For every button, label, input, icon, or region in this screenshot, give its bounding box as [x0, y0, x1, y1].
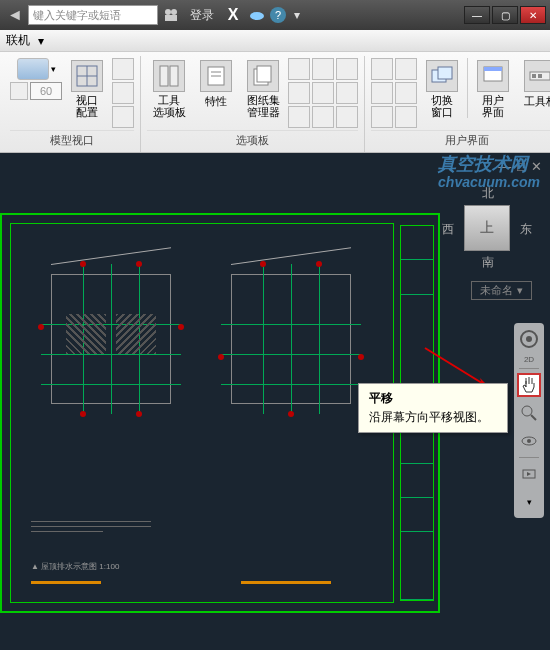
svg-rect-8: [170, 66, 178, 86]
close-button[interactable]: ✕: [520, 6, 546, 24]
palette-btn-1[interactable]: [288, 58, 310, 80]
menu-online[interactable]: 联机: [6, 32, 30, 49]
tool-palettes-icon: [153, 60, 185, 92]
group-label: 用户界面: [371, 130, 550, 150]
svg-rect-20: [538, 74, 542, 78]
svg-point-23: [522, 406, 532, 416]
viewcube-face[interactable]: 上: [464, 205, 510, 251]
people-icon[interactable]: [160, 4, 182, 26]
viewport-restore-icon[interactable]: [112, 82, 134, 104]
pan-tooltip: 平移 沿屏幕方向平移视图。: [358, 383, 508, 433]
tooltip-description: 沿屏幕方向平移视图。: [369, 409, 497, 426]
ui-btn-2[interactable]: [395, 58, 417, 80]
help-icon[interactable]: ?: [270, 7, 286, 23]
menu-bar: 联机 ▾: [0, 30, 550, 52]
svg-rect-13: [257, 66, 271, 82]
svg-rect-2: [165, 15, 177, 21]
nav-left-icon[interactable]: ◄: [4, 4, 26, 26]
chevron-down-icon: ▾: [517, 284, 523, 297]
scale-icon[interactable]: [10, 82, 28, 100]
orbit-icon[interactable]: [517, 429, 541, 453]
help-dropdown[interactable]: ▾: [288, 8, 306, 22]
group-label: 选项板: [147, 130, 358, 150]
ribbon-group-ui: 切换 窗口 用户 界面 工具栏 用户界面: [365, 56, 550, 152]
palette-btn-2[interactable]: [312, 58, 334, 80]
svg-point-1: [171, 9, 177, 15]
palette-btn-3[interactable]: [336, 58, 358, 80]
ui-btn-3[interactable]: [371, 82, 393, 104]
tool-palettes-button[interactable]: 工具 选项板: [147, 58, 191, 120]
login-button[interactable]: 登录: [184, 7, 220, 24]
palette-btn-9[interactable]: [336, 106, 358, 128]
viewcube-view-name[interactable]: 未命名▾: [471, 281, 532, 300]
viewport-named-icon[interactable]: [112, 106, 134, 128]
properties-button[interactable]: 特性: [194, 58, 238, 111]
svg-rect-17: [484, 67, 502, 71]
scale-input[interactable]: [30, 82, 62, 100]
zoom-extents-icon[interactable]: [517, 401, 541, 425]
viewport-config-icon: [71, 60, 103, 92]
menu-dropdown-icon[interactable]: ▾: [38, 34, 44, 48]
ui-btn-6[interactable]: [395, 106, 417, 128]
steering-wheel-icon[interactable]: [517, 327, 541, 351]
cloud-icon[interactable]: [246, 4, 268, 26]
palette-btn-4[interactable]: [288, 82, 310, 104]
viewcube-south[interactable]: 南: [482, 254, 494, 271]
svg-rect-7: [160, 66, 168, 86]
floor-plan-1: [41, 264, 181, 414]
viewport-config-button[interactable]: 视口 配置: [65, 58, 109, 120]
svg-line-29: [425, 348, 490, 388]
ui-btn-5[interactable]: [371, 106, 393, 128]
svg-point-22: [526, 336, 532, 342]
watermark: 真空技术网 chvacuum.com: [438, 155, 540, 190]
minimize-button[interactable]: —: [464, 6, 490, 24]
navigation-bar: 2D ▾: [514, 323, 544, 518]
search-input[interactable]: 键入关键字或短语: [28, 5, 158, 25]
sheetset-button[interactable]: 图纸集 管理器: [241, 58, 285, 120]
palette-btn-8[interactable]: [312, 106, 334, 128]
toolbar-button[interactable]: 工具栏: [518, 58, 550, 111]
floor-plan-2: [221, 264, 361, 414]
ribbon-group-viewport: ▾ 视口 配置 模型视口: [4, 56, 141, 152]
svg-line-24: [531, 415, 536, 420]
properties-icon: [200, 60, 232, 92]
exchange-icon[interactable]: X: [222, 4, 244, 26]
pan-button[interactable]: [517, 373, 541, 397]
group-label: 模型视口: [10, 130, 134, 150]
svg-point-3: [250, 12, 264, 20]
svg-rect-19: [532, 74, 536, 78]
switch-window-button[interactable]: 切换 窗口: [420, 58, 464, 120]
ribbon-group-palettes: 工具 选项板 特性 图纸集 管理器 选项板: [141, 56, 365, 152]
tooltip-title: 平移: [369, 390, 497, 407]
toolbar-icon: [524, 60, 550, 92]
maximize-button[interactable]: ▢: [492, 6, 518, 24]
ui-btn-4[interactable]: [395, 82, 417, 104]
viewcube[interactable]: 北 南 东 西 上: [442, 183, 532, 273]
window-controls: — ▢ ✕: [464, 6, 546, 24]
ribbon: ▾ 视口 配置 模型视口 工具 选项板: [0, 52, 550, 153]
palette-btn-7[interactable]: [288, 106, 310, 128]
svg-rect-15: [438, 67, 452, 79]
switch-window-icon: [426, 60, 458, 92]
showmotion-icon[interactable]: [517, 462, 541, 486]
sheetset-icon: [247, 60, 279, 92]
palette-btn-6[interactable]: [336, 82, 358, 104]
svg-marker-28: [527, 472, 531, 476]
viewcube-west[interactable]: 西: [442, 221, 454, 238]
drawing-canvas[interactable]: 真空技术网 chvacuum.com — □ ✕ 北 南 东 西 上 未命名▾ …: [0, 153, 550, 650]
title-bar: ◄ 键入关键字或短语 登录 X ? ▾ — ▢ ✕: [0, 0, 550, 30]
viewport-join-icon[interactable]: [112, 58, 134, 80]
nav-expand-icon[interactable]: ▾: [517, 490, 541, 514]
label: 视口 配置: [76, 94, 98, 118]
svg-point-0: [165, 9, 171, 15]
user-interface-icon: [477, 60, 509, 92]
svg-point-26: [527, 439, 531, 443]
palette-btn-5[interactable]: [312, 82, 334, 104]
viewport-style-icon[interactable]: [17, 58, 49, 80]
viewcube-east[interactable]: 东: [520, 221, 532, 238]
ui-btn-1[interactable]: [371, 58, 393, 80]
dropdown-icon[interactable]: ▾: [51, 64, 56, 74]
user-interface-button[interactable]: 用户 界面: [471, 58, 515, 120]
drawing-legend: ▲ 屋顶排水示意图 1:100: [31, 561, 119, 572]
